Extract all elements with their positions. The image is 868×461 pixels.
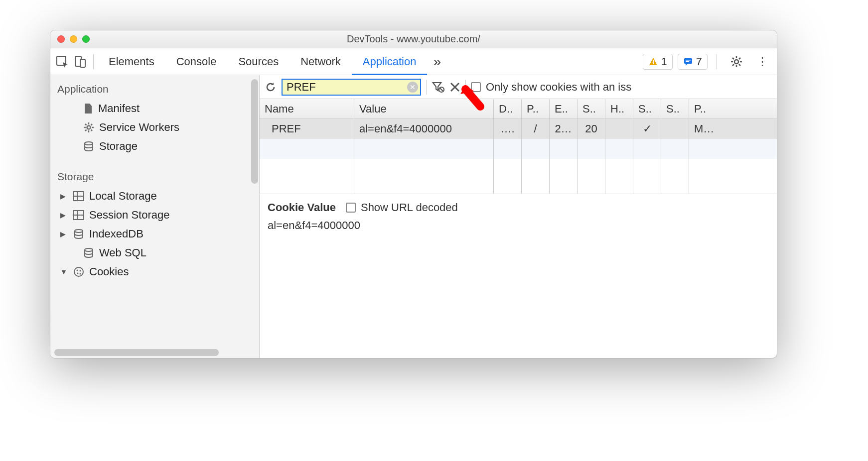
cookie-detail-panel: Cookie Value Show URL decoded al=en&f4=4… xyxy=(260,194,777,239)
only-issues-label: Only show cookies with an iss xyxy=(486,81,631,94)
th-expires[interactable]: E.. xyxy=(550,99,578,118)
sidebar-item-label: Local Storage xyxy=(89,190,157,203)
database-icon xyxy=(73,229,84,239)
devtools-window: DevTools - www.youtube.com/ Elements Con… xyxy=(50,30,777,358)
reload-icon xyxy=(265,81,277,93)
device-toggle-icon[interactable] xyxy=(71,53,89,71)
clear-all-button[interactable] xyxy=(449,82,460,93)
inspect-element-icon[interactable] xyxy=(53,53,71,71)
tab-sources[interactable]: Sources xyxy=(227,48,289,75)
svg-point-36 xyxy=(77,270,78,271)
show-url-decoded-label: Show URL decoded xyxy=(361,201,458,214)
cookie-icon xyxy=(73,266,84,277)
cell-samesite xyxy=(661,119,689,139)
svg-line-25 xyxy=(85,130,87,131)
cell-path: / xyxy=(522,119,550,139)
disclosure-triangle-icon[interactable]: ▼ xyxy=(60,268,68,276)
cell-secure: ✓ xyxy=(633,119,661,139)
svg-line-14 xyxy=(739,64,740,66)
close-icon xyxy=(449,82,460,93)
traffic-lights xyxy=(57,35,90,43)
sidebar-group-storage: Storage xyxy=(50,167,259,187)
cookie-filter-bar: ✕ Only show cookies with an iss xyxy=(260,75,777,99)
svg-rect-2 xyxy=(80,59,85,67)
svg-line-22 xyxy=(85,124,87,125)
th-httponly[interactable]: H.. xyxy=(605,99,633,118)
more-options-button[interactable]: ⋮ xyxy=(752,55,774,68)
messages-badge[interactable]: 7 xyxy=(678,54,708,70)
settings-button[interactable] xyxy=(726,55,747,68)
tab-application[interactable]: Application xyxy=(352,48,428,75)
table-row-empty xyxy=(260,179,777,194)
th-size[interactable]: S.. xyxy=(578,99,605,118)
show-url-decoded-checkbox[interactable] xyxy=(346,203,356,213)
th-path[interactable]: P.. xyxy=(522,99,550,118)
sidebar-item-label: Web SQL xyxy=(99,246,146,259)
database-icon xyxy=(83,141,94,152)
sidebar-scrollbar[interactable] xyxy=(251,79,258,184)
reload-button[interactable] xyxy=(265,81,277,93)
more-tabs-button[interactable]: » xyxy=(427,54,447,70)
sidebar-item-websql[interactable]: Web SQL xyxy=(50,243,259,262)
cell-name: PREF xyxy=(260,119,354,139)
messages-count: 7 xyxy=(696,55,702,68)
main-panel: ✕ Only show cookies with an iss xyxy=(260,75,777,358)
database-icon xyxy=(83,247,94,258)
th-domain[interactable]: D.. xyxy=(494,99,522,118)
sidebar-item-indexeddb[interactable]: ▶ IndexedDB xyxy=(50,225,259,243)
th-value[interactable]: Value xyxy=(354,99,494,118)
filter-options-button[interactable] xyxy=(432,81,444,94)
file-icon xyxy=(83,103,93,115)
sidebar-item-storage[interactable]: Storage xyxy=(50,137,259,156)
cell-domain: …. xyxy=(494,119,522,139)
sidebar-item-session-storage[interactable]: ▶ Session Storage xyxy=(50,206,259,225)
clear-filter-button[interactable]: ✕ xyxy=(407,82,418,93)
svg-line-13 xyxy=(732,58,734,59)
sidebar-item-local-storage[interactable]: ▶ Local Storage xyxy=(50,187,259,206)
tab-network[interactable]: Network xyxy=(289,48,352,75)
th-samesite[interactable]: S.. xyxy=(661,99,689,118)
svg-line-15 xyxy=(739,58,740,59)
sidebar-item-service-workers[interactable]: Service Workers xyxy=(50,118,259,137)
table-row[interactable]: PREF al=en&f4=4000000 …. / 2… 20 ✓ M… xyxy=(260,119,777,139)
svg-line-41 xyxy=(440,88,443,91)
filter-input[interactable] xyxy=(282,79,421,96)
disclosure-triangle-icon[interactable]: ▶ xyxy=(60,192,68,200)
sidebar-item-manifest[interactable]: Manifest xyxy=(50,99,259,118)
tab-console[interactable]: Console xyxy=(165,48,228,75)
gear-icon xyxy=(83,122,94,133)
sidebar-item-cookies[interactable]: ▼ Cookies xyxy=(50,262,259,281)
warnings-badge[interactable]: 1 xyxy=(643,54,673,70)
cell-expires: 2… xyxy=(550,119,578,139)
separator xyxy=(426,80,427,95)
disclosure-triangle-icon[interactable]: ▶ xyxy=(60,211,68,219)
cell-size: 20 xyxy=(578,119,605,139)
cookie-detail-value: al=en&f4=4000000 xyxy=(268,219,769,232)
tab-elements[interactable]: Elements xyxy=(98,48,165,75)
sidebar-item-label: IndexedDB xyxy=(89,228,144,240)
titlebar: DevTools - www.youtube.com/ xyxy=(50,30,777,48)
zoom-window-button[interactable] xyxy=(82,35,90,43)
only-issues-checkbox[interactable] xyxy=(471,82,481,92)
th-name[interactable]: Name xyxy=(260,99,354,118)
svg-line-16 xyxy=(732,64,734,66)
sidebar-item-label: Storage xyxy=(99,140,138,153)
window-title: DevTools - www.youtube.com/ xyxy=(50,33,777,45)
minimize-window-button[interactable] xyxy=(70,35,77,43)
close-window-button[interactable] xyxy=(57,35,65,43)
table-header: Name Value D.. P.. E.. S.. H.. S.. S.. P… xyxy=(260,99,777,119)
sidebar-item-label: Cookies xyxy=(89,265,129,278)
svg-point-37 xyxy=(80,270,81,272)
separator xyxy=(465,80,466,95)
cell-priority: M… xyxy=(689,119,777,139)
th-secure[interactable]: S.. xyxy=(633,99,661,118)
sidebar-horizontal-scrollbar[interactable] xyxy=(54,349,219,356)
disclosure-triangle-icon[interactable]: ▶ xyxy=(60,230,68,238)
toolbar-separator xyxy=(717,54,717,69)
cookie-detail-title: Cookie Value xyxy=(268,201,336,214)
th-priority[interactable]: P.. xyxy=(689,99,777,118)
svg-point-34 xyxy=(85,248,93,251)
sidebar-item-label: Session Storage xyxy=(89,209,169,222)
svg-rect-7 xyxy=(686,61,689,62)
warning-icon xyxy=(648,57,658,67)
